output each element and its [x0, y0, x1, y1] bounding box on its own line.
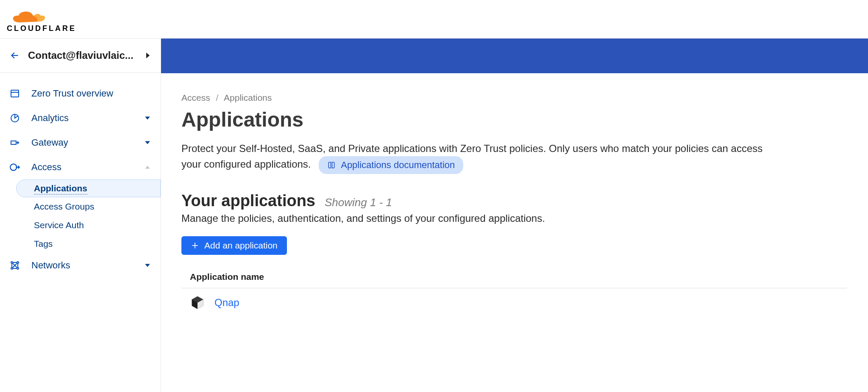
subnav-service-auth[interactable]: Service Auth — [34, 216, 161, 235]
breadcrumb-current: Applications — [224, 93, 272, 102]
breadcrumb-parent[interactable]: Access — [181, 93, 210, 102]
documentation-link[interactable]: Applications documentation — [319, 156, 463, 174]
page-description-text: Protect your Self-Hosted, SaaS, and Priv… — [181, 143, 762, 170]
svg-point-4 — [10, 164, 17, 170]
sidebar-item-gateway[interactable]: Gateway — [0, 130, 161, 155]
add-application-button[interactable]: Add an application — [181, 236, 287, 255]
main-content: Access / Applications Applications Prote… — [161, 39, 868, 392]
add-button-label: Add an application — [204, 240, 278, 251]
sidebar-item-label: Zero Trust overview — [31, 88, 150, 99]
sidebar-item-access[interactable]: Access — [0, 155, 161, 179]
app-cube-icon — [190, 295, 205, 310]
svg-point-8 — [17, 268, 19, 269]
pie-chart-icon — [9, 113, 20, 124]
sidebar: Contact@flaviuvlaic... Zero Trust overvi… — [0, 39, 161, 392]
documentation-link-label: Applications documentation — [341, 158, 455, 172]
applications-table: Application name Qnap — [181, 272, 847, 310]
gateway-icon — [9, 137, 20, 148]
hero-banner — [161, 39, 868, 73]
svg-rect-0 — [11, 90, 19, 97]
sidebar-item-analytics[interactable]: Analytics — [0, 106, 161, 130]
browser-window-icon — [9, 88, 20, 99]
subnav-tags[interactable]: Tags — [34, 235, 161, 253]
page-title: Applications — [181, 108, 847, 131]
application-link[interactable]: Qnap — [214, 297, 239, 309]
table-header-name[interactable]: Application name — [181, 272, 847, 288]
sidebar-nav: Zero Trust overview Analytics — [0, 73, 161, 278]
plus-icon — [191, 241, 199, 250]
subnav-item-label: Applications — [34, 183, 87, 195]
top-header: CLOUDFLARE — [0, 0, 868, 39]
breadcrumb-separator: / — [216, 93, 219, 102]
caret-down-icon — [145, 263, 150, 268]
back-arrow-icon — [9, 50, 20, 61]
breadcrumb: Access / Applications — [181, 93, 847, 103]
section-title: Your applications — [181, 192, 315, 210]
sidebar-item-label: Access — [31, 162, 134, 173]
sidebar-item-zero-trust-overview[interactable]: Zero Trust overview — [0, 81, 161, 106]
caret-up-icon — [145, 165, 150, 169]
section-description: Manage the policies, authentication, and… — [181, 213, 847, 224]
caret-down-icon — [145, 116, 150, 120]
sidebar-item-label: Gateway — [31, 137, 134, 148]
cloudflare-cloud-icon — [7, 9, 58, 26]
account-selector[interactable]: Contact@flaviuvlaic... — [0, 39, 161, 73]
svg-point-6 — [17, 262, 19, 263]
section-count: Showing 1 - 1 — [325, 196, 392, 209]
account-name: Contact@flaviuvlaic... — [28, 50, 138, 61]
caret-right-icon — [145, 52, 150, 59]
network-icon — [9, 260, 20, 271]
access-icon — [9, 162, 20, 173]
sidebar-item-label: Analytics — [31, 113, 134, 124]
svg-point-5 — [11, 262, 13, 263]
caret-down-icon — [145, 141, 150, 145]
sidebar-item-networks[interactable]: Networks — [0, 253, 161, 278]
sidebar-item-label: Networks — [31, 260, 134, 271]
subnav-applications[interactable]: Applications — [34, 179, 87, 198]
page-description: Protect your Self-Hosted, SaaS, and Priv… — [181, 141, 775, 174]
book-icon — [327, 161, 336, 169]
brand-name: CLOUDFLARE — [7, 24, 76, 33]
brand-logo[interactable]: CLOUDFLARE — [7, 6, 76, 33]
table-row[interactable]: Qnap — [181, 288, 847, 310]
svg-point-7 — [11, 268, 13, 269]
svg-rect-3 — [11, 141, 16, 144]
subnav-access-groups[interactable]: Access Groups — [34, 197, 161, 216]
